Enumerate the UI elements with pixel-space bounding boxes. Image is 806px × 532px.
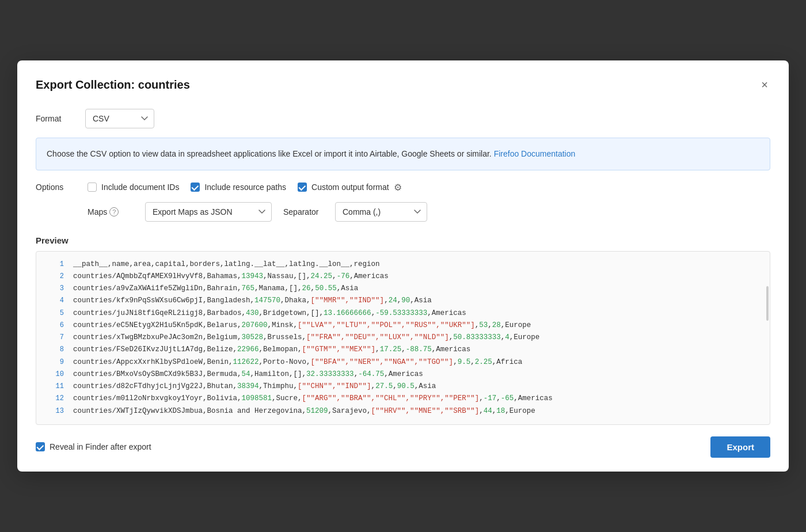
include-resource-paths-option[interactable]: Include resource paths	[191, 183, 286, 192]
format-row: Format CSV JSON NDJSON	[36, 109, 770, 128]
preview-scrollbar	[766, 286, 769, 321]
line-number: 5	[45, 307, 64, 320]
info-text: Choose the CSV option to view data in sp…	[47, 149, 492, 158]
line-number: 11	[45, 381, 64, 393]
info-link[interactable]: Firefoo Documentation	[494, 149, 576, 158]
info-box: Choose the CSV option to view data in sp…	[36, 138, 770, 170]
maps-select[interactable]: Export Maps as JSON Flatten Maps	[145, 202, 272, 222]
export-modal: Export Collection: countries × Format CS…	[17, 60, 789, 472]
line-content: countries/AQmbbZqfAMEX9lHvyVf8,Bahamas,1…	[73, 271, 389, 283]
reveal-label: Reveal in Finder after export	[50, 442, 151, 451]
custom-output-format-checkbox[interactable]	[298, 183, 307, 192]
table-row: 7countries/xTwgBMzbxuPeJAc3om2n,Belgium,…	[45, 332, 761, 344]
reveal-checkbox[interactable]	[36, 442, 45, 451]
modal-title: Export Collection: countries	[36, 78, 190, 92]
include-resource-paths-label: Include resource paths	[204, 183, 286, 192]
line-content: countries/AppcxXxrhKlbySPdloeW,Benin,112…	[73, 356, 522, 368]
line-number: 1	[45, 259, 64, 271]
line-number: 9	[45, 356, 64, 368]
line-content: countries/XWTjIzQywvikXDSJmbua,Bosnia an…	[73, 405, 535, 417]
maps-label: Maps ?	[88, 207, 134, 216]
line-content: countries/d82cFTdhyjcLjnjVg22J,Bhutan,38…	[73, 381, 436, 393]
separator-select[interactable]: Comma (,) Semicolon (;) Tab	[335, 202, 427, 222]
include-doc-ids-option[interactable]: Include document IDs	[88, 183, 179, 192]
reveal-option[interactable]: Reveal in Finder after export	[36, 442, 151, 451]
maps-row: Maps ? Export Maps as JSON Flatten Maps …	[36, 202, 770, 222]
options-row: Options Include document IDs Include res…	[36, 182, 770, 193]
table-row: 11countries/d82cFTdhyjcLjnjVg22J,Bhutan,…	[45, 381, 761, 393]
modal-footer: Reveal in Finder after export Export	[36, 436, 770, 458]
table-row: 1__path__,name,area,capital,borders,latl…	[45, 259, 761, 271]
line-content: countries/a9vZaXWAi1fe5ZWgliDn,Bahrain,7…	[73, 283, 358, 295]
table-row: 13countries/XWTjIzQywvikXDSJmbua,Bosnia …	[45, 405, 761, 417]
line-number: 13	[45, 405, 64, 417]
close-button[interactable]: ×	[759, 77, 770, 93]
maps-help-icon[interactable]: ?	[109, 207, 119, 216]
separator-label: Separator	[283, 207, 324, 216]
format-label: Format	[36, 114, 76, 123]
modal-header: Export Collection: countries ×	[36, 77, 770, 93]
line-number: 3	[45, 283, 64, 295]
line-content: countries/BMxoVsOySBmCXd9k5B3J,Bermuda,5…	[73, 368, 423, 381]
line-content: countries/kfx9nPqSsWXsu6Cw6pjI,Banglades…	[73, 295, 432, 307]
table-row: 4countries/kfx9nPqSsWXsu6Cw6pjI,Banglade…	[45, 295, 761, 307]
preview-box[interactable]: 1__path__,name,area,capital,borders,latl…	[36, 251, 770, 425]
include-resource-paths-checkbox[interactable]	[191, 183, 200, 192]
options-label: Options	[36, 183, 76, 192]
table-row: 12countries/m01l2oNrbxvgkoy1Yoyr,Bolivia…	[45, 393, 761, 405]
preview-label: Preview	[36, 235, 770, 245]
format-select[interactable]: CSV JSON NDJSON	[85, 109, 154, 128]
table-row: 5countries/juJNi8tfiGqeRL2iigj8,Barbados…	[45, 307, 761, 320]
table-row: 6countries/eC5NEtygX2H1u5Kn5pdK,Belarus,…	[45, 320, 761, 332]
line-number: 7	[45, 332, 64, 344]
custom-output-format-option[interactable]: Custom output format ⚙	[298, 182, 402, 193]
table-row: 9countries/AppcxXxrhKlbySPdloeW,Benin,11…	[45, 356, 761, 368]
table-row: 3countries/a9vZaXWAi1fe5ZWgliDn,Bahrain,…	[45, 283, 761, 295]
line-content: countries/xTwgBMzbxuPeJAc3om2n,Belgium,3…	[73, 332, 539, 344]
table-row: 2countries/AQmbbZqfAMEX9lHvyVf8,Bahamas,…	[45, 271, 761, 283]
line-content: __path__,name,area,capital,borders,latln…	[73, 259, 380, 271]
include-doc-ids-checkbox[interactable]	[88, 183, 97, 192]
gear-icon[interactable]: ⚙	[394, 182, 402, 193]
custom-output-format-label: Custom output format	[311, 183, 389, 192]
table-row: 10countries/BMxoVsOySBmCXd9k5B3J,Bermuda…	[45, 368, 761, 381]
table-row: 8countries/FSeD26IKvzJUjtL1A7dg,Belize,2…	[45, 344, 761, 356]
line-content: countries/juJNi8tfiGqeRL2iigj8,Barbados,…	[73, 307, 466, 320]
include-doc-ids-label: Include document IDs	[101, 183, 179, 192]
line-number: 12	[45, 393, 64, 405]
line-number: 4	[45, 295, 64, 307]
line-number: 10	[45, 368, 64, 381]
line-content: countries/m01l2oNrbxvgkoy1Yoyr,Bolivia,1…	[73, 393, 553, 405]
line-number: 8	[45, 344, 64, 356]
line-number: 2	[45, 271, 64, 283]
export-button[interactable]: Export	[710, 436, 770, 458]
modal-overlay: Export Collection: countries × Format CS…	[0, 0, 806, 532]
line-number: 6	[45, 320, 64, 332]
line-content: countries/eC5NEtygX2H1u5Kn5pdK,Belarus,2…	[73, 320, 531, 332]
line-content: countries/FSeD26IKvzJUjtL1A7dg,Belize,22…	[73, 344, 470, 356]
